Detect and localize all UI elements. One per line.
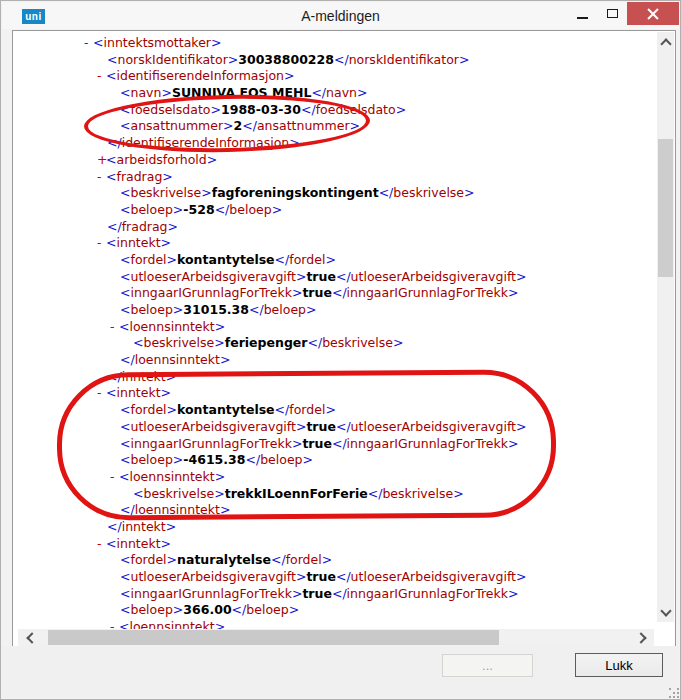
xml-bracket: > <box>508 285 518 300</box>
xml-bracket: < <box>133 335 143 350</box>
xml-tag-name: inntekt <box>116 385 160 400</box>
xml-value: feriepenger <box>225 335 308 350</box>
xml-bracket: < <box>120 569 130 584</box>
xml-bracket: < <box>119 469 129 484</box>
xml-tag-name: ansattnummer <box>130 118 223 133</box>
chevron-up-icon <box>660 38 671 49</box>
xml-bracket: < <box>120 285 130 300</box>
collapse-marker[interactable]: - <box>97 536 106 553</box>
xml-bracket: > <box>289 135 299 150</box>
xml-bracket: > <box>167 402 177 417</box>
xml-bracket: > <box>516 569 526 584</box>
xml-tag-name: fordel <box>130 552 166 567</box>
vertical-scrollbar[interactable] <box>657 32 674 622</box>
xml-bracket: > <box>322 552 332 567</box>
xml-bracket: < <box>133 486 143 501</box>
xml-bracket: < <box>120 302 130 317</box>
xml-tag-name: norskIdentifikator <box>349 52 459 67</box>
scroll-left-button[interactable] <box>18 629 42 646</box>
xml-tag-name: beloep <box>130 602 172 617</box>
xml-bracket: > <box>161 85 171 100</box>
collapse-marker[interactable]: + <box>97 152 106 169</box>
footer-bar: ... Lukk <box>2 646 679 698</box>
xml-value: true <box>306 569 336 584</box>
xml-value: fagforeningskontingent <box>212 185 379 200</box>
xml-line: <utloeserArbeidsgiveravgift>true</utloes… <box>13 419 658 436</box>
xml-bracket: > <box>284 68 294 83</box>
resize-grip-icon[interactable] <box>669 688 671 690</box>
xml-tag-name: beskrivelse <box>393 185 464 200</box>
xml-tag-name: loennsinntekt <box>135 502 220 517</box>
xml-bracket: </ <box>107 369 122 384</box>
xml-line: <ansattnummer>2</ansattnummer> <box>13 118 658 135</box>
xml-tag-name: utloeserArbeidsgiveravgift <box>130 569 295 584</box>
horizontal-scrollbar[interactable] <box>18 629 654 646</box>
xml-tag-name: loennsinntekt <box>129 469 214 484</box>
lukk-button[interactable]: Lukk <box>575 653 663 677</box>
xml-content: -<inntektsmottaker><norskIdentifikator>3… <box>13 31 658 630</box>
xml-bracket: < <box>120 269 130 284</box>
xml-bracket: </ <box>379 185 394 200</box>
xml-bracket: </ <box>271 552 286 567</box>
chevron-right-icon <box>635 632 646 643</box>
xml-bracket: < <box>107 52 117 67</box>
xml-bracket: > <box>211 35 221 50</box>
xml-bracket: </ <box>120 502 135 517</box>
xml-line: <beloep>-528</beloep> <box>13 202 658 219</box>
xml-bracket: > <box>207 152 217 167</box>
xml-bracket: < <box>120 202 130 217</box>
xml-tag-name: beskrivelse <box>143 486 214 501</box>
xml-tag-name: utloeserArbeidsgiveravgift <box>130 419 295 434</box>
xml-value: true <box>306 419 336 434</box>
xml-bracket: > <box>161 385 171 400</box>
collapse-marker[interactable]: - <box>84 35 93 52</box>
xml-tag-name: navn <box>130 85 161 100</box>
xml-bracket: > <box>162 169 172 184</box>
xml-bracket: </ <box>334 52 349 67</box>
xml-bracket: </ <box>107 135 122 150</box>
xml-value: -4615.38 <box>183 452 245 467</box>
horizontal-scrollbar-thumb[interactable] <box>48 630 499 645</box>
xml-bracket: </ <box>107 219 122 234</box>
collapse-marker[interactable]: - <box>110 469 119 486</box>
vertical-scrollbar-thumb[interactable] <box>658 139 673 277</box>
xml-value: true <box>302 436 332 451</box>
xml-value: 31015.38 <box>183 302 249 317</box>
xml-bracket: > <box>214 486 224 501</box>
minimize-button[interactable] <box>567 2 597 25</box>
xml-line: -<inntektsmottaker> <box>13 35 658 52</box>
xml-line: </inntekt> <box>13 369 658 386</box>
xml-bracket: < <box>119 319 129 334</box>
xml-bracket: > <box>211 102 221 117</box>
collapse-marker[interactable]: - <box>110 319 119 336</box>
xml-line: <foedselsdato>1988-03-30</foedselsdato> <box>13 102 658 119</box>
xml-value: kontantytelse <box>177 402 275 417</box>
xml-value: 30038800228 <box>238 52 334 67</box>
xml-line: </inntekt> <box>13 519 658 536</box>
xml-bracket: > <box>214 335 224 350</box>
xml-tag-name: inntekt <box>116 536 160 551</box>
xml-bracket: </ <box>242 118 257 133</box>
maximize-button[interactable] <box>597 2 627 25</box>
xml-line: <beloep>366.00</beloep> <box>13 602 658 619</box>
xml-bracket: </ <box>308 335 323 350</box>
xml-tag-name: fordel <box>130 252 166 267</box>
close-button[interactable] <box>627 2 679 25</box>
xml-viewer-panel: -<inntektsmottaker><norskIdentifikator>3… <box>12 30 676 648</box>
scroll-down-button[interactable] <box>657 602 674 622</box>
collapse-marker[interactable]: - <box>97 68 106 85</box>
xml-tag-name: inntekt <box>122 519 166 534</box>
xml-bracket: < <box>106 68 116 83</box>
xml-bracket: > <box>220 502 230 517</box>
collapse-marker[interactable]: - <box>97 235 106 252</box>
more-button[interactable]: ... <box>442 654 533 677</box>
xml-tag-name: loennsinntekt <box>135 352 220 367</box>
scroll-right-button[interactable] <box>630 629 654 646</box>
collapse-marker[interactable]: - <box>97 169 106 186</box>
xml-line: -<fradrag> <box>13 169 658 186</box>
xml-tag-name: inntekt <box>116 235 160 250</box>
collapse-marker[interactable]: - <box>97 385 106 402</box>
scroll-up-button[interactable] <box>657 32 674 52</box>
xml-bracket: </ <box>332 285 347 300</box>
xml-bracket: > <box>167 252 177 267</box>
